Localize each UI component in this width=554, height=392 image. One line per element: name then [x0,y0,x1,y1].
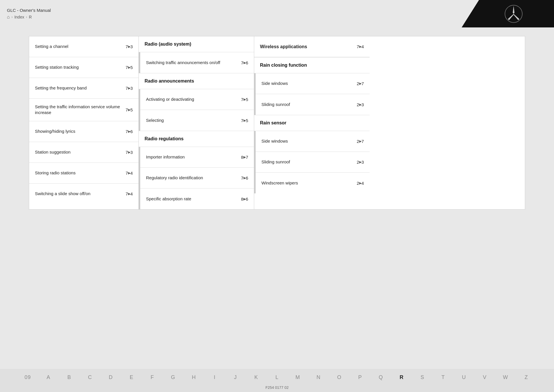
mid-sub-label-1-0: Activating or deactivating [146,96,241,102]
left-entry-4[interactable]: Showing/hiding lyrics 7▶6 [29,121,138,142]
alpha-item-j[interactable]: J [225,372,246,384]
mid-sub-entry-2-1[interactable]: Regulatory radio identification 7▶6 [140,168,254,188]
alphabet-row: 09ABCDEFGHIJKLMNOPQRSTUVWZ [0,372,554,384]
mid-sub-label-2-1: Regulatory radio identification [146,175,241,181]
left-entry-page-1: 7▶5 [126,65,133,70]
mid-sub-entry-1-0[interactable]: Activating or deactivating 7▶5 [140,89,254,110]
right-sub-entry-1-1[interactable]: Sliding sunroof 2▶3 [256,94,370,115]
header-title: GLC - Owner's Manual [7,8,455,13]
left-entry-label-7: Switching a slide show off/on [35,191,126,197]
left-entry-5[interactable]: Station suggestion 7▶3 [29,142,138,163]
alpha-item-b[interactable]: B [59,372,80,384]
right-sub-entry-2-0[interactable]: Side windows 2▶7 [256,131,370,152]
alpha-item-09[interactable]: 09 [17,372,38,384]
alpha-item-q[interactable]: Q [370,372,391,384]
alpha-item-s[interactable]: S [412,372,433,384]
alpha-item-l[interactable]: L [267,372,287,384]
alpha-item-o[interactable]: O [329,372,350,384]
alpha-item-d[interactable]: D [100,372,121,384]
mid-sub-page-2-0: 8▶7 [241,155,248,160]
left-entry-label-6: Storing radio stations [35,170,126,176]
mid-sub-label-1-1: Selecting [146,117,241,123]
right-section-page-0: 7▶4 [357,44,364,49]
right-sub-label-2-0: Side windows [261,138,357,144]
alpha-item-m[interactable]: M [287,372,308,384]
mid-sub-page-2-2: 8▶6 [241,197,248,201]
left-entry-page-0: 7▶3 [126,44,133,49]
bottom-navigation: 09ABCDEFGHIJKLMNOPQRSTUVWZ F254 0177 02 [0,369,554,392]
index-grid: Setting a channel 7▶3 Setting station tr… [29,36,525,210]
right-sub-page-1-0: 2▶7 [357,81,364,86]
breadcrumb-index[interactable]: Index [14,15,24,19]
alpha-item-f[interactable]: F [142,372,163,384]
left-entry-label-4: Showing/hiding lyrics [35,128,126,134]
left-column: Setting a channel 7▶3 Setting station tr… [29,36,139,209]
right-section-header-1: Rain closing function [254,57,370,73]
left-entry-0[interactable]: Setting a channel 7▶3 [29,36,138,57]
right-section-0: Wireless applications 7▶4 [254,36,370,57]
alpha-item-h[interactable]: H [184,372,204,384]
home-icon[interactable]: ⌂ [7,14,10,20]
mid-sub-1: Activating or deactivating 7▶5 Selecting… [139,89,254,131]
left-entry-1[interactable]: Setting station tracking 7▶5 [29,57,138,78]
mid-sub-entry-2-2[interactable]: Specific absorption rate 8▶6 [140,188,254,209]
mid-sub-page-1-1: 7▶5 [241,118,248,123]
right-section-header-2: Rain sensor [254,115,370,131]
svg-marker-3 [508,14,514,20]
header-logo [462,0,554,27]
alpha-item-w[interactable]: W [495,372,516,384]
mid-section-header-2: Radio regulations [139,131,254,147]
alpha-item-p[interactable]: P [350,372,370,384]
left-entry-page-5: 7▶3 [126,150,133,155]
mid-section-header-0: Radio (audio system) [139,36,254,52]
alpha-item-u[interactable]: U [454,372,474,384]
left-entry-7[interactable]: Switching a slide show off/on 7▶4 [29,184,138,204]
mid-sub-entry-2-0[interactable]: Importer information 8▶7 [140,147,254,168]
mercedes-logo [504,5,523,23]
alpha-item-a[interactable]: A [38,372,59,384]
alpha-item-c[interactable]: C [80,372,100,384]
breadcrumb: ⌂ › Index › R [7,14,455,20]
alpha-item-n[interactable]: N [308,372,329,384]
right-sub-label-2-2: Windscreen wipers [261,180,357,186]
right-header-row-0[interactable]: Wireless applications 7▶4 [254,36,370,57]
breadcrumb-r: R [29,15,32,19]
alpha-item-i[interactable]: I [204,372,225,384]
right-sub-entry-2-1[interactable]: Sliding sunroof 2▶3 [256,152,370,173]
left-entry-3[interactable]: Setting the traffic information service … [29,99,138,121]
left-entry-label-2: Setting the frequency band [35,85,126,91]
alpha-item-r[interactable]: R [391,372,412,384]
alpha-item-k[interactable]: K [246,372,267,384]
mid-sub-label-2-2: Specific absorption rate [146,196,241,202]
mid-sub-entry-1-1[interactable]: Selecting 7▶5 [140,110,254,131]
svg-marker-2 [514,14,519,20]
right-sub-entry-1-0[interactable]: Side windows 2▶7 [256,73,370,94]
alpha-item-z[interactable]: Z [516,372,537,384]
left-entry-label-3: Setting the traffic information service … [35,104,126,116]
left-entry-2[interactable]: Setting the frequency band 7▶3 [29,78,138,99]
left-entry-page-6: 7▶4 [126,171,133,176]
right-sub-1: Side windows 2▶7 Sliding sunroof 2▶3 [254,73,370,115]
header-left: GLC - Owner's Manual ⌂ › Index › R [0,0,462,27]
left-entry-page-4: 7▶6 [126,129,133,134]
breadcrumb-sep1: › [12,15,13,19]
breadcrumb-sep2: › [26,15,27,19]
left-entry-6[interactable]: Storing radio stations 7▶4 [29,163,138,184]
alpha-item-t[interactable]: T [433,372,454,384]
right-column: Wireless applications 7▶4 Rain closing f… [254,36,370,209]
right-sub-page-1-1: 2▶3 [357,102,364,107]
right-section-2: Rain sensor Side windows 2▶7 Sliding sun… [254,115,370,193]
alpha-item-g[interactable]: G [163,372,184,384]
svg-marker-1 [513,6,514,14]
left-entry-page-7: 7▶4 [126,191,133,196]
alpha-item-v[interactable]: V [474,372,495,384]
mid-sub-entry-0-0[interactable]: Switching traffic announcements on/off 7… [140,52,254,73]
header: GLC - Owner's Manual ⌂ › Index › R [0,0,554,27]
mid-section-0: Radio (audio system) Switching traffic a… [139,36,254,73]
alpha-item-e[interactable]: E [121,372,142,384]
right-sub-page-2-0: 2▶7 [357,139,364,144]
right-sub-entry-2-2[interactable]: Windscreen wipers 2▶4 [256,173,370,193]
left-entry-label-0: Setting a channel [35,44,126,49]
right-sub-page-2-2: 2▶4 [357,181,364,186]
right-section-header-0: Wireless applications [260,44,307,49]
